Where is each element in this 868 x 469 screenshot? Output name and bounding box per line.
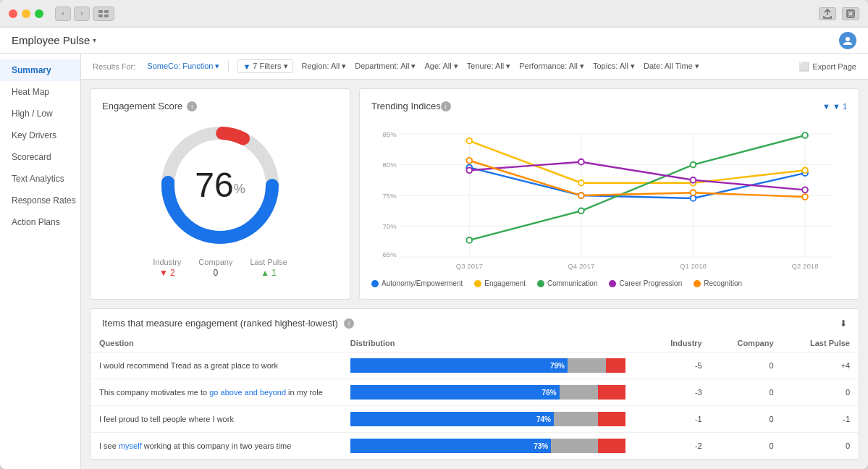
age-filter[interactable]: Age: All ▾ [424, 62, 458, 71]
svg-point-43 [802, 187, 808, 193]
filter-icon: ▼ [243, 62, 250, 71]
sidebar-item-textanalytics[interactable]: Text Analytics [0, 168, 80, 190]
legend-engagement: Engagement [474, 279, 526, 287]
export-button[interactable]: ⬜ Export Page [799, 62, 856, 72]
svg-text:75%: 75% [382, 192, 397, 200]
date-filter[interactable]: Date: All Time ▾ [644, 62, 699, 71]
sidebar-item-scorecard[interactable]: Scorecard [0, 146, 80, 168]
svg-point-36 [466, 237, 472, 243]
engagement-title-text: Engagement Score [102, 101, 182, 111]
svg-rect-1 [104, 10, 109, 13]
sidebar-item-highlow[interactable]: High / Low [0, 103, 80, 124]
legend-last-pulse-label: Last Pulse [250, 258, 287, 266]
table-info-icon[interactable]: i [344, 318, 354, 329]
performance-filter[interactable]: Performance: All ▾ [519, 62, 584, 71]
distribution-cell: 73% [342, 433, 646, 460]
layout-button[interactable] [93, 7, 114, 21]
results-value[interactable]: SomeCo: Function ▾ [147, 62, 219, 71]
bar-blue: 74% [350, 412, 554, 426]
arrow-down-icon: ▼ [159, 268, 168, 278]
bar-blue: 76% [350, 385, 560, 400]
question-text: This company motivates me to go above an… [99, 388, 323, 397]
close-button[interactable] [9, 9, 17, 18]
svg-point-44 [466, 158, 472, 164]
trending-info-icon[interactable]: i [441, 101, 451, 111]
filters-button[interactable]: ▼ 7 Filters ▾ [237, 59, 292, 73]
company-cell: 0 [711, 406, 783, 433]
autonomy-dot [371, 280, 379, 287]
industry-cell: -5 [646, 352, 711, 379]
minimize-button[interactable] [22, 9, 30, 18]
table-row: This company motivates me to go above an… [90, 379, 859, 406]
svg-point-47 [802, 194, 808, 200]
legend-career: Career Progression [609, 279, 682, 287]
svg-text:Q1 2018: Q1 2018 [680, 262, 707, 270]
svg-rect-5 [848, 12, 853, 16]
last-pulse-cell: +4 [783, 352, 859, 379]
bar-red [598, 412, 625, 426]
dist-bar-container: 76% [350, 385, 637, 400]
sidebar-item-actionplans[interactable]: Action Plans [0, 211, 80, 233]
engagement-value: 76 [195, 166, 233, 204]
maximize-button[interactable] [35, 9, 43, 18]
last-pulse-cell: 0 [783, 433, 859, 460]
question-text: I see myself working at this company in … [99, 441, 291, 450]
sidebar-item-keydrivers[interactable]: Key Drivers [0, 124, 80, 146]
legend-last-pulse-value: ▲ 1 [261, 268, 277, 278]
forward-button[interactable]: › [74, 7, 90, 21]
question-cell: I would recommend Tread as a great place… [90, 352, 342, 379]
sidebar: Summary Heat Map High / Low Key Drivers … [0, 54, 81, 469]
app-body: Summary Heat Map High / Low Key Drivers … [0, 54, 868, 469]
svg-point-32 [466, 138, 472, 144]
app-title-caret: ▾ [93, 36, 96, 44]
legend-autonomy: Autonomy/Empowerment [371, 279, 463, 287]
svg-text:65%: 65% [382, 250, 397, 258]
last-pulse-cell: -1 [783, 406, 859, 433]
sidebar-item-summary[interactable]: Summary [0, 59, 80, 81]
department-filter[interactable]: Department: All ▾ [355, 62, 416, 71]
svg-rect-3 [104, 14, 109, 17]
table-row: I see myself working at this company in … [90, 433, 859, 460]
engagement-legend: Industry ▼ 2 Company 0 Last Pulse [102, 258, 338, 278]
app-title[interactable]: Employee Pulse ▾ [12, 34, 96, 46]
svg-point-35 [802, 167, 808, 173]
trending-filter-button[interactable]: ▼ ▼ 1 [822, 102, 847, 111]
filter-bar: Results For: SomeCo: Function ▾ ▼ 7 Filt… [81, 54, 868, 80]
svg-point-30 [691, 195, 696, 201]
bar-red [598, 385, 625, 400]
engagement-panel-title: Engagement Score i [102, 101, 338, 111]
table-title: Items that measure engagement (ranked hi… [102, 318, 338, 329]
bar-gray [560, 385, 598, 400]
sidebar-item-responserates[interactable]: Response Rates [0, 190, 80, 211]
fullscreen-button[interactable] [842, 7, 859, 20]
question-cell: This company motivates me to go above an… [90, 379, 342, 406]
legend-company-label: Company [198, 258, 232, 266]
svg-text:85%: 85% [382, 130, 397, 138]
engagement-info-icon[interactable]: i [187, 101, 197, 111]
svg-point-33 [578, 180, 584, 186]
legend-communication: Communication [537, 279, 597, 287]
table-row: I would recommend Tread as a great place… [90, 352, 859, 379]
export-label: Export Page [812, 62, 856, 71]
dist-bar-container: 73% [350, 439, 637, 453]
download-button[interactable]: ⬇ [840, 318, 847, 329]
back-button[interactable]: ‹ [55, 7, 71, 21]
industry-cell: -2 [646, 433, 711, 460]
bar-red [606, 358, 625, 373]
sidebar-item-heatmap[interactable]: Heat Map [0, 81, 80, 103]
filter-label: 7 Filters ▾ [253, 62, 287, 71]
trending-header: Trending Indices i ▼ ▼ 1 [371, 101, 847, 111]
topics-filter[interactable]: Topics: All ▾ [593, 62, 635, 71]
distribution-cell: 76% [342, 379, 646, 406]
engagement-panel: Engagement Score i [90, 88, 350, 300]
company-cell: 0 [711, 433, 783, 460]
share-button[interactable] [819, 7, 836, 20]
col-company: Company [711, 334, 783, 352]
region-filter[interactable]: Region: All ▾ [302, 62, 347, 71]
dist-bar-container: 74% [350, 412, 637, 426]
user-avatar[interactable] [839, 32, 856, 49]
tenure-filter[interactable]: Tenure: All ▾ [467, 62, 510, 71]
question-cell: I see myself working at this company in … [90, 433, 342, 460]
table-panel: Items that measure engagement (ranked hi… [90, 308, 859, 460]
main-content: Results For: SomeCo: Function ▾ ▼ 7 Filt… [81, 54, 868, 469]
